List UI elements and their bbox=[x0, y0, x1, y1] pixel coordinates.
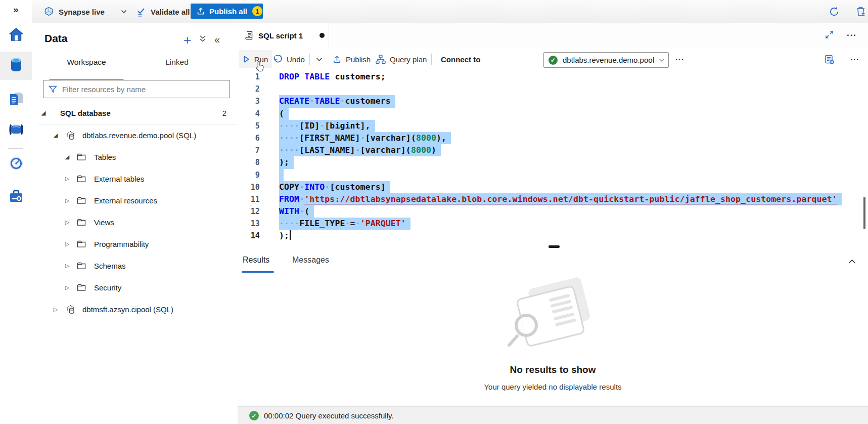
tree-item-external-tables[interactable]: ▷External tables bbox=[32, 168, 238, 190]
code-line[interactable]: 12WITH·( bbox=[238, 205, 868, 218]
publish-all-button[interactable]: Publish all 1 bbox=[191, 4, 263, 19]
toolbar-divider bbox=[309, 54, 310, 65]
expander-collapsed-icon[interactable]: ▷ bbox=[64, 241, 71, 247]
monitor-icon bbox=[9, 156, 24, 173]
code-line[interactable]: 6····[FIRST_NAME]·[varchar](8000), bbox=[238, 132, 868, 144]
undo-button[interactable]: Undo bbox=[273, 48, 305, 71]
tab-messages[interactable]: Messages bbox=[292, 256, 329, 265]
develop-icon bbox=[9, 91, 23, 108]
expander-collapsed-icon[interactable]: ▷ bbox=[64, 219, 71, 226]
main-work-area: SQL script 1 ··· Run Undo bbox=[238, 23, 868, 424]
magnifier-icon bbox=[515, 314, 538, 337]
mode-label: Synapse live bbox=[59, 8, 105, 16]
code-line[interactable]: 3CREATE·TABLE·customers bbox=[238, 95, 868, 107]
data-panel-tabs: Workspace Linked bbox=[32, 55, 238, 73]
expander-collapsed-icon[interactable]: ▷ bbox=[64, 284, 71, 291]
tab-workspace[interactable]: Workspace bbox=[49, 58, 124, 67]
query-plan-button[interactable]: Query plan bbox=[376, 48, 427, 71]
tree-item-tables[interactable]: ◢Tables bbox=[32, 146, 238, 168]
folder-icon bbox=[77, 219, 88, 226]
expander-collapsed-icon[interactable]: ▷ bbox=[64, 176, 71, 182]
expander-collapsed-icon[interactable]: ▷ bbox=[52, 306, 59, 313]
rail-monitor-button[interactable] bbox=[0, 150, 32, 179]
rail-develop-button[interactable] bbox=[0, 86, 32, 114]
tab-more-actions-icon[interactable]: ··· bbox=[847, 30, 857, 40]
validate-all-button[interactable]: Validate all bbox=[135, 0, 190, 23]
synapse-live-menu[interactable]: Synapse live bbox=[43, 0, 127, 23]
code-line[interactable]: 14); bbox=[238, 230, 868, 242]
publish-upload-icon bbox=[332, 55, 342, 64]
data-icon bbox=[9, 57, 23, 74]
tab-linked[interactable]: Linked bbox=[148, 58, 206, 67]
run-options-chevron[interactable] bbox=[316, 48, 323, 71]
expander-expanded-icon[interactable]: ◢ bbox=[52, 132, 59, 139]
toolbar-overflow-icon[interactable]: ··· bbox=[850, 48, 859, 71]
rail-manage-button[interactable] bbox=[0, 183, 32, 211]
code-line[interactable]: 1DROP TABLE customers; bbox=[238, 71, 868, 83]
code-line[interactable]: 13····FILE_TYPE·=·'PARQUET' bbox=[238, 218, 868, 230]
publish-label: Publish bbox=[346, 55, 371, 64]
tree-item-count: 2 bbox=[222, 109, 226, 117]
tree-item-views[interactable]: ▷Views bbox=[32, 211, 238, 233]
tree-item-label: Programmability bbox=[94, 240, 149, 248]
query-status-bar: ✓ 00:00:02 Query executed successfully. bbox=[238, 406, 868, 424]
line-number: 13 bbox=[238, 218, 260, 230]
chevron-down-icon[interactable] bbox=[121, 10, 127, 14]
code-text-selected: ····[FIRST_NAME]·[varchar](8000), bbox=[279, 132, 451, 144]
rail-data-button[interactable] bbox=[0, 52, 32, 80]
query-plan-label: Query plan bbox=[390, 55, 427, 64]
code-line[interactable]: 2 bbox=[238, 83, 868, 95]
upload-icon bbox=[196, 7, 205, 16]
expander-expanded-icon[interactable]: ◢ bbox=[40, 110, 47, 116]
filter-resources-input[interactable] bbox=[61, 84, 230, 94]
expander-collapsed-icon[interactable]: ▷ bbox=[64, 197, 71, 204]
tree-item-dbtlabs-revenue-demo-pool-sql-[interactable]: ◢dbtlabs.revenue.demo.pool (SQL) bbox=[32, 124, 238, 146]
expand-rail-icon[interactable]: » bbox=[13, 4, 18, 15]
expander-expanded-icon[interactable]: ◢ bbox=[64, 154, 71, 160]
tree-item-dbtmsft-azsyn-cipool-sql-[interactable]: ▷dbtmsft.azsyn.cipool (SQL) bbox=[32, 299, 238, 320]
connect-to-dropdown[interactable]: ✓ dbtlabs.revenue.demo.pool bbox=[543, 52, 669, 68]
editor-vertical-scrollbar[interactable] bbox=[863, 197, 865, 229]
connect-to-label: Connect to bbox=[441, 48, 480, 71]
expand-editor-icon[interactable] bbox=[825, 30, 834, 41]
code-line[interactable]: 4( bbox=[238, 108, 868, 120]
collapse-all-icon[interactable] bbox=[199, 35, 206, 45]
rail-home-button[interactable] bbox=[0, 21, 32, 50]
synapse-studio-window: » Synapse live Validate all Publish all bbox=[0, 0, 868, 424]
collapse-panel-icon[interactable]: « bbox=[214, 34, 220, 46]
home-icon bbox=[9, 27, 24, 44]
line-number: 12 bbox=[238, 205, 260, 218]
pane-resize-handle[interactable] bbox=[549, 245, 560, 248]
data-panel-title: Data bbox=[44, 32, 68, 45]
tab-sql-script-1[interactable]: SQL script 1 bbox=[238, 23, 329, 48]
expander-collapsed-icon[interactable]: ▷ bbox=[64, 263, 71, 269]
synapse-cube-icon bbox=[43, 6, 54, 17]
refresh-icon bbox=[828, 6, 840, 18]
code-line[interactable]: 8); bbox=[238, 156, 868, 168]
view-settings-button[interactable] bbox=[824, 48, 835, 71]
line-number: 8 bbox=[238, 156, 260, 168]
results-tab-bar: Results Messages bbox=[238, 249, 868, 274]
discard-button[interactable] bbox=[855, 0, 866, 23]
code-line[interactable]: 9 bbox=[238, 169, 868, 181]
tree-item-external-resources[interactable]: ▷External resources bbox=[32, 190, 238, 211]
chevron-down-icon bbox=[316, 57, 323, 62]
tree-item-schemas[interactable]: ▷Schemas bbox=[32, 255, 238, 277]
rail-integrate-button[interactable] bbox=[0, 116, 32, 145]
code-line[interactable]: 10COPY·INTO·[customers] bbox=[238, 181, 868, 193]
add-resource-button[interactable]: + bbox=[184, 32, 191, 48]
toolbar-more-icon[interactable]: ··· bbox=[675, 48, 684, 71]
results-empty-state: No results to show Your query yielded no… bbox=[238, 273, 868, 406]
tree-item-programmability[interactable]: ▷Programmability bbox=[32, 233, 238, 255]
code-line[interactable]: 5····[ID]·[bigint], bbox=[238, 120, 868, 132]
tree-item-sql-database[interactable]: ◢SQL database2 bbox=[32, 102, 238, 124]
tree-item-security[interactable]: ▷Security bbox=[32, 277, 238, 299]
code-line[interactable]: 11FROM·'https://dbtlabsynapsedatalake.bl… bbox=[238, 193, 868, 205]
filter-funnel-icon bbox=[49, 86, 57, 93]
tab-results[interactable]: Results bbox=[243, 256, 269, 265]
sql-code-editor[interactable]: 1DROP TABLE customers;23CREATE·TABLE·cus… bbox=[238, 71, 868, 246]
publish-button[interactable]: Publish bbox=[332, 48, 371, 71]
refresh-button[interactable] bbox=[828, 0, 840, 23]
code-line[interactable]: 7····[LAST_NAME]·[varchar](8000) bbox=[238, 144, 868, 156]
collapse-results-icon[interactable] bbox=[848, 257, 856, 266]
